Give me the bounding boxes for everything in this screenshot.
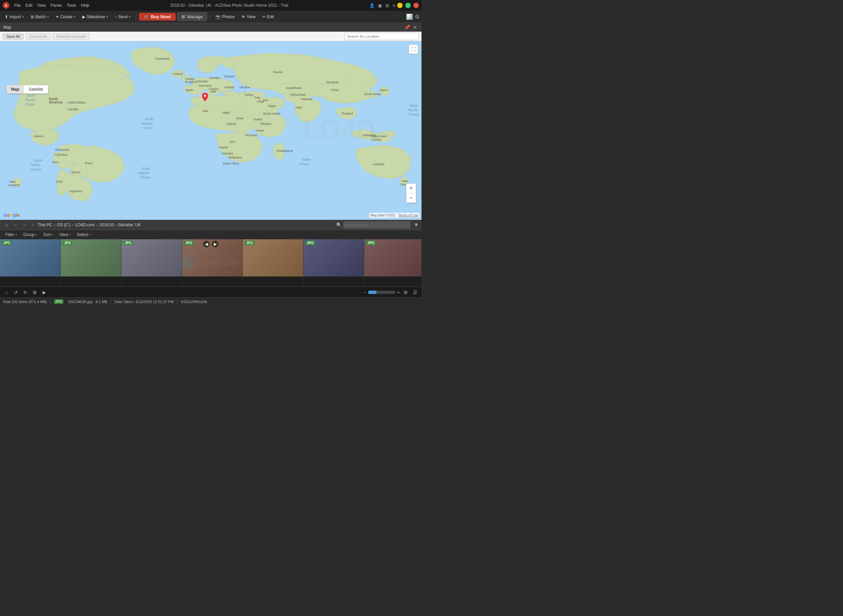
menu-file[interactable]: File: [14, 3, 21, 8]
thumbnail-item[interactable]: JPG: [61, 239, 122, 287]
svg-text:Ethiopia: Ethiopia: [260, 122, 271, 125]
status-bar: Total 102 items (971.4 MB) JPG DSC04639.…: [0, 298, 421, 305]
photos-button[interactable]: 📷 Photos: [213, 13, 237, 20]
titlebar: A File Edit View Panes Tools Help 2018.0…: [0, 0, 421, 11]
buy-now-button[interactable]: 🛒 Buy Now!: [139, 13, 176, 21]
terms-link[interactable]: Terms of Use: [398, 213, 418, 217]
batch-button[interactable]: ⊞ Batch ▾: [28, 13, 51, 20]
grid-view-icon[interactable]: ⊞: [402, 289, 409, 296]
rotate-left-icon[interactable]: ↺: [12, 289, 19, 296]
search-icon: 🔍: [336, 222, 342, 227]
thumbnail-item[interactable]: JPG: [364, 239, 421, 287]
fullscreen-button[interactable]: ⛶: [409, 44, 418, 54]
view-icon[interactable]: ▣: [378, 3, 382, 8]
sort-button[interactable]: Sort ▾: [41, 232, 56, 238]
settings-icon[interactable]: ⚙: [415, 13, 419, 20]
svg-text:Ocean: Ocean: [31, 167, 41, 171]
forward-button[interactable]: →: [20, 221, 28, 229]
svg-text:Turkey: Turkey: [244, 93, 254, 97]
google-logo: Google: [3, 213, 19, 218]
svg-text:Japan: Japan: [379, 88, 388, 92]
back-button[interactable]: ←: [12, 221, 19, 229]
svg-text:Zealand: Zealand: [9, 183, 19, 187]
svg-text:DRC: DRC: [229, 140, 236, 144]
svg-text:Kazakhstan: Kazakhstan: [286, 86, 302, 90]
import-button[interactable]: ⬆ Import ▾: [2, 13, 26, 20]
pin-panel-button[interactable]: 📌: [404, 24, 410, 30]
breadcrumb-item-osc[interactable]: OS (C:): [57, 223, 71, 227]
zoom-out-button[interactable]: −: [406, 193, 416, 202]
svg-text:Russia: Russia: [273, 70, 283, 74]
zoom-slider[interactable]: [368, 290, 395, 294]
close-panel-button[interactable]: ✕: [412, 24, 418, 30]
map-zoom-controls: + −: [406, 183, 416, 203]
manage-button[interactable]: ⊞ Manage: [177, 12, 207, 21]
thumbnail-item[interactable]: JPG: [243, 239, 303, 287]
maximize-button[interactable]: □: [405, 3, 411, 8]
up-button[interactable]: ↑: [29, 221, 37, 229]
svg-text:New: New: [402, 179, 408, 183]
svg-text:Saudi Arabia: Saudi Arabia: [263, 112, 280, 115]
select-button[interactable]: Select ▾: [74, 232, 94, 238]
bottom-strip: ⌂ ↺ ↻ ⊠ ▶ − + ⊞ ☰: [0, 287, 421, 298]
discard-all-button[interactable]: Discard All: [26, 34, 51, 40]
svg-text:South Africa: South Africa: [223, 162, 239, 165]
view-button[interactable]: 👁 View: [239, 13, 258, 20]
home-button[interactable]: ⌂: [3, 221, 10, 229]
play-icon[interactable]: ▶: [41, 289, 48, 296]
map-view-button[interactable]: Map: [6, 85, 24, 93]
group-button[interactable]: Group ▾: [21, 232, 40, 238]
menu-help[interactable]: Help: [81, 3, 89, 8]
svg-text:Chile: Chile: [56, 180, 63, 183]
svg-text:Indian: Indian: [302, 158, 311, 161]
scroll-left-button[interactable]: ◀: [203, 241, 210, 248]
menu-icon[interactable]: ≡: [393, 3, 395, 8]
scroll-right-button[interactable]: ▶: [212, 241, 218, 248]
create-button[interactable]: ✦ Create ▾: [53, 13, 78, 20]
filter-button[interactable]: Filter ▾: [3, 232, 20, 238]
minimize-button[interactable]: −: [397, 3, 403, 8]
menu-panes[interactable]: Panes: [51, 3, 62, 8]
app-icon: A: [3, 2, 9, 9]
svg-text:Libya: Libya: [257, 100, 264, 103]
current-filename: DSC04639.jpg: [68, 300, 92, 304]
file-browser-bar: ⌂ ← → ↑ This PC › OS (C:) › LO4D.com › 2…: [0, 220, 421, 230]
rotate-right-icon[interactable]: ↻: [22, 289, 29, 296]
svg-text:Mongolia: Mongolia: [326, 81, 339, 84]
import-section: ⬆ Import ▾: [2, 13, 26, 20]
list-view-icon[interactable]: ☰: [411, 289, 419, 296]
close-button[interactable]: ×: [413, 3, 419, 8]
send-button[interactable]: ↑ Send ▾: [112, 13, 133, 20]
satellite-view-button[interactable]: Satellite: [24, 85, 48, 93]
breadcrumb-item-folder[interactable]: 2018.03 - Gibraltar, UK: [100, 223, 141, 227]
thumbnail-item[interactable]: JPG: [0, 239, 61, 287]
zoom-plus-icon[interactable]: +: [397, 290, 400, 295]
menu-tools[interactable]: Tools: [67, 3, 76, 8]
breadcrumb-item-thispc[interactable]: This PC: [38, 223, 52, 227]
view-action-button[interactable]: View ▾: [57, 232, 73, 238]
slideshow-button[interactable]: ▶ Slideshow ▾: [79, 13, 111, 20]
svg-text:Australia: Australia: [372, 163, 384, 166]
svg-text:India: India: [295, 106, 302, 109]
profile-icon[interactable]: 👤: [369, 3, 375, 8]
thumbnail-item[interactable]: JPG: [303, 239, 364, 287]
location-search-input[interactable]: [345, 33, 419, 40]
edit-button[interactable]: ✂ Edit: [259, 13, 277, 20]
delete-icon[interactable]: ⊠: [31, 289, 38, 296]
svg-text:Mexico: Mexico: [34, 135, 44, 138]
save-all-button[interactable]: Save All: [3, 34, 23, 40]
thumbnail-item[interactable]: JPG: [122, 239, 182, 287]
reverse-geocode-button[interactable]: Reverse Geocode: [53, 34, 90, 40]
home-bottom-icon[interactable]: ⌂: [3, 289, 10, 296]
breadcrumb-item-lo4d[interactable]: LO4D.com: [75, 223, 94, 227]
menu-edit[interactable]: Edit: [25, 3, 32, 8]
zoom-in-button[interactable]: +: [406, 184, 416, 193]
grid-icon[interactable]: ⊞: [386, 3, 389, 8]
quick-search-input[interactable]: [343, 221, 411, 229]
menu-view[interactable]: View: [37, 3, 46, 8]
svg-text:Namibia: Namibia: [222, 152, 233, 155]
zoom-minus-icon[interactable]: −: [364, 290, 366, 295]
filter-icon[interactable]: ▼: [413, 222, 419, 228]
bar-chart-icon[interactable]: 📊: [406, 13, 413, 20]
svg-text:Madagascar: Madagascar: [277, 149, 293, 153]
